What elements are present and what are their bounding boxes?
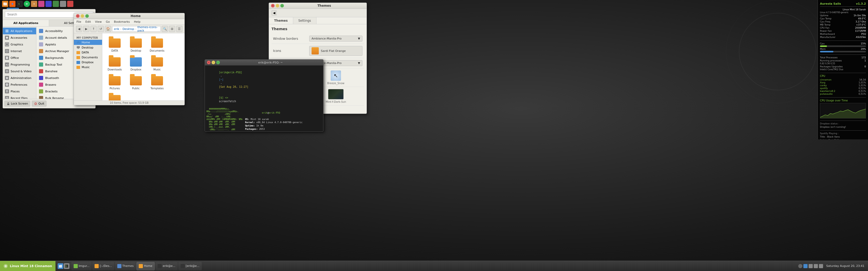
cpu-chart-svg	[820, 103, 866, 118]
themes-window-borders-value: Ambiance-Manila-Pro ▼	[309, 36, 363, 41]
panel-terminal-icon[interactable]: $	[17, 1, 23, 7]
fm-file-documents[interactable]: Documents	[147, 36, 167, 53]
panel-app9-icon[interactable]	[60, 1, 66, 7]
taskbar-app-home[interactable]: Home	[136, 262, 154, 270]
taskbar-quick-files-icon[interactable]	[58, 263, 63, 269]
fm-sidebar-music[interactable]: Music	[74, 65, 102, 70]
panel-app7-icon[interactable]	[45, 1, 52, 7]
category-sound-video[interactable]: Sound & Video	[3, 68, 36, 75]
minimize-button[interactable]: –	[81, 14, 84, 18]
sysmon-cpu-pct-value: 15%	[861, 42, 866, 45]
panel-app10-icon[interactable]	[67, 1, 73, 7]
proc-pulseaudio-pct: 0,51%	[859, 93, 866, 95]
panel-firefox-icon[interactable]	[9, 1, 16, 7]
menu-quit-btn[interactable]: Quit	[32, 101, 46, 107]
themes-back-button[interactable]: ◀	[272, 10, 277, 15]
terminal-body[interactable]: [erik@erik-P5Q] - [~] - [Sat Aug 20, 11:…	[205, 66, 323, 131]
fm-view-list[interactable]: ☰	[176, 26, 182, 32]
panel-files-icon[interactable]	[2, 1, 8, 7]
fm-file-desktop[interactable]: Desktop	[126, 36, 146, 53]
fm-sidebar-data[interactable]: DATA	[74, 50, 102, 55]
tray-icon-1[interactable]	[798, 264, 802, 268]
fm-path-desktop[interactable]: Desktop	[122, 27, 134, 31]
terminal-maximize-button[interactable]: □	[216, 61, 220, 64]
fm-refresh-button[interactable]: ↺	[98, 26, 104, 32]
taskbar-app-themes[interactable]: Themes	[115, 262, 136, 270]
sf-kernel: Kernel: x86_64 Linux 4.7.0-040700-generi…	[245, 121, 311, 124]
svg-rect-36	[78, 48, 79, 49]
taskbar-start-button[interactable]: Linux Mint 18 Cinnamon	[0, 261, 56, 271]
themes-window-borders-dropdown[interactable]: Ambiance-Manila-Pro ▼	[309, 36, 363, 41]
themes-tab-settings[interactable]: Settings	[293, 17, 316, 24]
taskbar-app-terminal1[interactable]: erik@e...	[155, 262, 178, 270]
terminal-minimize-button[interactable]: –	[212, 61, 215, 64]
fm-forward-button[interactable]: ▶	[83, 26, 89, 32]
themes-icons-label: Icons	[273, 49, 309, 53]
fm-menu-view[interactable]: View	[94, 20, 103, 24]
taskbar-app-imgur-icon	[74, 264, 78, 268]
fm-menu-help[interactable]: Help	[132, 20, 142, 24]
fm-sidebar-desktop[interactable]: Desktop	[74, 45, 102, 50]
svg-point-31	[7, 91, 7, 92]
maximize-button[interactable]: □	[85, 14, 89, 18]
tray-network-icon[interactable]	[814, 264, 818, 268]
category-preferences[interactable]: Preferences	[3, 81, 36, 88]
fm-sidebar-dropbox[interactable]: Dropbox	[74, 60, 102, 65]
panel-app6-icon[interactable]	[38, 1, 44, 7]
panel-app8-icon[interactable]	[53, 1, 59, 7]
fm-path-themes[interactable]: themes-icons-pack	[137, 26, 159, 32]
fm-status-bar: 10 items, Free space: 53,9 GB	[74, 100, 184, 105]
panel-app5-icon[interactable]	[31, 1, 37, 7]
category-all[interactable]: All Applications	[3, 28, 36, 34]
category-administration[interactable]: Administration	[3, 75, 36, 81]
fm-file-videos[interactable]: Videos	[105, 92, 125, 100]
fm-up-button[interactable]: ↑	[90, 26, 97, 32]
category-accessories[interactable]: Accessories	[3, 34, 36, 41]
term-dash1: -	[219, 75, 223, 77]
category-recent-files[interactable]: Recent Files	[3, 95, 36, 99]
fm-file-templates[interactable]: Templates	[147, 74, 167, 91]
fm-file-music[interactable]: Music	[147, 55, 167, 72]
fm-file-public[interactable]: Public	[126, 74, 146, 91]
fm-path-bar: erik › Desktop › themes-icons-pack	[112, 26, 161, 32]
taskbar-quick-terminal-icon[interactable]: $	[64, 263, 69, 269]
themes-icon-preview[interactable]: Sardi Flat Orange	[309, 46, 363, 56]
fm-menu-file[interactable]: File	[75, 20, 83, 24]
close-button[interactable]: ✕	[76, 14, 80, 18]
fm-view-icons[interactable]: ⊞	[169, 26, 175, 32]
fm-menu-go[interactable]: Go	[104, 20, 111, 24]
category-programming[interactable]: </> Programming	[3, 61, 36, 68]
fm-menu-edit[interactable]: Edit	[84, 20, 92, 24]
fm-sidebar-documents[interactable]: Documents	[74, 55, 102, 60]
fm-search-button[interactable]: 🔍	[162, 26, 168, 32]
taskbar-app-imgur[interactable]: Imgur...	[71, 262, 92, 270]
app-backgrounds-label: Backgrounds	[45, 56, 64, 60]
category-internet[interactable]: Internet	[3, 48, 36, 55]
category-office[interactable]: Office	[3, 55, 36, 61]
sysmon-cpu-freq-label: Cpu Freq	[820, 21, 830, 23]
menu-lock-btn[interactable]: Lock Screen	[4, 101, 30, 107]
tab-all-applications[interactable]: All Applications	[3, 20, 49, 26]
themes-tabs: Themes Settings	[269, 17, 367, 24]
fm-file-pictures[interactable]: Pictures	[105, 74, 125, 91]
tray-icon-2[interactable]	[803, 264, 808, 268]
fm-file-data[interactable]: DATA	[105, 36, 125, 53]
panel-spotify-icon[interactable]	[24, 1, 30, 7]
fm-home-button[interactable]: 🏠	[105, 26, 111, 32]
fm-menu-bookmarks[interactable]: Bookmarks	[113, 20, 131, 24]
fm-sidebar-home[interactable]: Home	[74, 40, 102, 45]
sysmon-ram-pct-row: Mem 29%	[820, 48, 866, 50]
fm-file-downloads[interactable]: Downloads	[105, 55, 125, 72]
fm-file-dropbox[interactable]: Dropbox	[126, 55, 146, 72]
terminal-close-button[interactable]: ✕	[207, 61, 211, 64]
category-graphics[interactable]: Graphics	[3, 41, 36, 48]
lock-label: Lock Screen	[11, 102, 28, 105]
fm-back-button[interactable]: ◀	[76, 26, 82, 32]
themes-tab-themes[interactable]: Themes	[269, 17, 293, 24]
tray-sound-icon[interactable]	[819, 264, 823, 268]
category-places[interactable]: Places	[3, 88, 36, 95]
fm-path-erik[interactable]: erik	[114, 27, 119, 31]
tray-icon-3[interactable]	[809, 264, 813, 268]
taskbar-app-des[interactable]: [:-/Des...	[92, 262, 114, 270]
taskbar-app-terminal2[interactable]: [erik@e...	[178, 262, 202, 270]
